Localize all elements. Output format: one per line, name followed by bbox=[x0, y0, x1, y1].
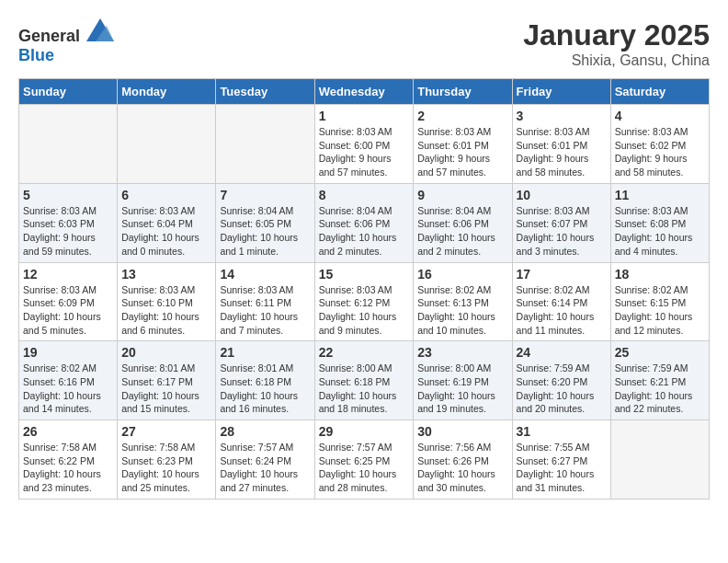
day-number: 1 bbox=[319, 109, 410, 123]
calendar-table: SundayMondayTuesdayWednesdayThursdayFrid… bbox=[18, 78, 710, 500]
day-info: Sunrise: 8:03 AM Sunset: 6:03 PM Dayligh… bbox=[23, 204, 113, 259]
day-cell: 8Sunrise: 8:04 AM Sunset: 6:06 PM Daylig… bbox=[314, 183, 414, 262]
day-cell: 2Sunrise: 8:03 AM Sunset: 6:01 PM Daylig… bbox=[414, 105, 512, 184]
day-cell: 12Sunrise: 8:03 AM Sunset: 6:09 PM Dayli… bbox=[19, 262, 118, 341]
day-cell: 19Sunrise: 8:02 AM Sunset: 6:16 PM Dayli… bbox=[19, 341, 118, 420]
day-number: 31 bbox=[517, 424, 607, 439]
day-info: Sunrise: 8:03 AM Sunset: 6:07 PM Dayligh… bbox=[517, 204, 607, 259]
day-number: 11 bbox=[615, 188, 705, 202]
day-cell: 21Sunrise: 8:01 AM Sunset: 6:18 PM Dayli… bbox=[216, 341, 314, 420]
day-info: Sunrise: 8:03 AM Sunset: 6:01 PM Dayligh… bbox=[517, 125, 607, 179]
day-info: Sunrise: 7:55 AM Sunset: 6:27 PM Dayligh… bbox=[517, 441, 607, 495]
weekday-header-row: SundayMondayTuesdayWednesdayThursdayFrid… bbox=[19, 79, 710, 105]
day-info: Sunrise: 8:04 AM Sunset: 6:05 PM Dayligh… bbox=[220, 204, 310, 259]
day-number: 26 bbox=[23, 424, 113, 439]
day-cell: 26Sunrise: 7:58 AM Sunset: 6:22 PM Dayli… bbox=[19, 420, 118, 500]
day-cell: 3Sunrise: 8:03 AM Sunset: 6:01 PM Daylig… bbox=[512, 105, 610, 184]
day-number: 28 bbox=[220, 424, 310, 439]
day-info: Sunrise: 8:03 AM Sunset: 6:11 PM Dayligh… bbox=[220, 283, 310, 338]
day-number: 5 bbox=[23, 188, 113, 202]
day-info: Sunrise: 8:03 AM Sunset: 6:08 PM Dayligh… bbox=[615, 204, 705, 259]
day-info: Sunrise: 7:59 AM Sunset: 6:21 PM Dayligh… bbox=[615, 362, 705, 416]
day-number: 13 bbox=[121, 267, 211, 282]
day-info: Sunrise: 8:04 AM Sunset: 6:06 PM Dayligh… bbox=[319, 204, 410, 259]
day-info: Sunrise: 8:03 AM Sunset: 6:04 PM Dayligh… bbox=[121, 204, 211, 259]
day-cell: 10Sunrise: 8:03 AM Sunset: 6:07 PM Dayli… bbox=[512, 183, 610, 262]
week-row-5: 26Sunrise: 7:58 AM Sunset: 6:22 PM Dayli… bbox=[19, 420, 710, 500]
day-cell: 18Sunrise: 8:02 AM Sunset: 6:15 PM Dayli… bbox=[610, 262, 709, 341]
day-cell: 4Sunrise: 8:03 AM Sunset: 6:02 PM Daylig… bbox=[610, 105, 709, 184]
day-number: 10 bbox=[517, 188, 607, 202]
day-number: 18 bbox=[615, 267, 705, 282]
day-info: Sunrise: 8:03 AM Sunset: 6:02 PM Dayligh… bbox=[615, 125, 705, 179]
day-info: Sunrise: 8:03 AM Sunset: 6:00 PM Dayligh… bbox=[319, 125, 410, 179]
day-cell: 15Sunrise: 8:03 AM Sunset: 6:12 PM Dayli… bbox=[314, 262, 414, 341]
weekday-header-sunday: Sunday bbox=[19, 79, 118, 105]
day-info: Sunrise: 8:01 AM Sunset: 6:17 PM Dayligh… bbox=[121, 362, 211, 416]
day-number: 27 bbox=[121, 424, 211, 439]
day-cell: 13Sunrise: 8:03 AM Sunset: 6:10 PM Dayli… bbox=[118, 262, 216, 341]
weekday-header-tuesday: Tuesday bbox=[216, 79, 314, 105]
day-number: 2 bbox=[417, 109, 507, 123]
day-number: 20 bbox=[121, 345, 211, 360]
day-cell: 11Sunrise: 8:03 AM Sunset: 6:08 PM Dayli… bbox=[610, 183, 709, 262]
day-cell: 14Sunrise: 8:03 AM Sunset: 6:11 PM Dayli… bbox=[216, 262, 314, 341]
week-row-4: 19Sunrise: 8:02 AM Sunset: 6:16 PM Dayli… bbox=[19, 341, 710, 420]
day-number: 8 bbox=[319, 188, 410, 202]
week-row-1: 1Sunrise: 8:03 AM Sunset: 6:00 PM Daylig… bbox=[19, 105, 710, 184]
day-cell: 24Sunrise: 7:59 AM Sunset: 6:20 PM Dayli… bbox=[512, 341, 610, 420]
day-info: Sunrise: 8:03 AM Sunset: 6:09 PM Dayligh… bbox=[23, 283, 113, 338]
day-cell: 25Sunrise: 7:59 AM Sunset: 6:21 PM Dayli… bbox=[610, 341, 709, 420]
weekday-header-friday: Friday bbox=[512, 79, 610, 105]
day-cell bbox=[19, 105, 118, 184]
logo: General Blue bbox=[18, 18, 114, 65]
weekday-header-wednesday: Wednesday bbox=[314, 79, 414, 105]
title-block: January 2025 Shixia, Gansu, China bbox=[523, 18, 710, 69]
day-number: 30 bbox=[417, 424, 507, 439]
day-info: Sunrise: 8:03 AM Sunset: 6:10 PM Dayligh… bbox=[121, 283, 211, 338]
day-cell: 5Sunrise: 8:03 AM Sunset: 6:03 PM Daylig… bbox=[19, 183, 118, 262]
day-number: 3 bbox=[517, 109, 607, 123]
day-info: Sunrise: 7:56 AM Sunset: 6:26 PM Dayligh… bbox=[417, 441, 507, 495]
day-cell bbox=[118, 105, 216, 184]
day-info: Sunrise: 8:02 AM Sunset: 6:16 PM Dayligh… bbox=[23, 362, 113, 416]
day-cell: 20Sunrise: 8:01 AM Sunset: 6:17 PM Dayli… bbox=[118, 341, 216, 420]
day-number: 14 bbox=[220, 267, 310, 282]
day-number: 9 bbox=[417, 188, 507, 202]
weekday-header-monday: Monday bbox=[118, 79, 216, 105]
day-info: Sunrise: 8:04 AM Sunset: 6:06 PM Dayligh… bbox=[417, 204, 507, 259]
logo-icon bbox=[86, 18, 114, 41]
day-number: 21 bbox=[220, 345, 310, 360]
page-header: General Blue January 2025 Shixia, Gansu,… bbox=[18, 18, 710, 69]
day-number: 15 bbox=[319, 267, 410, 282]
day-number: 12 bbox=[23, 267, 113, 282]
day-cell: 27Sunrise: 7:58 AM Sunset: 6:23 PM Dayli… bbox=[118, 420, 216, 500]
day-number: 16 bbox=[417, 267, 507, 282]
day-info: Sunrise: 8:00 AM Sunset: 6:18 PM Dayligh… bbox=[319, 362, 410, 416]
logo-general: General bbox=[18, 27, 80, 45]
day-info: Sunrise: 7:58 AM Sunset: 6:22 PM Dayligh… bbox=[23, 441, 113, 495]
weekday-header-saturday: Saturday bbox=[610, 79, 709, 105]
day-cell bbox=[216, 105, 314, 184]
day-info: Sunrise: 7:57 AM Sunset: 6:24 PM Dayligh… bbox=[220, 441, 310, 495]
day-number: 23 bbox=[417, 345, 507, 360]
day-cell: 9Sunrise: 8:04 AM Sunset: 6:06 PM Daylig… bbox=[414, 183, 512, 262]
day-info: Sunrise: 8:00 AM Sunset: 6:19 PM Dayligh… bbox=[417, 362, 507, 416]
day-cell: 6Sunrise: 8:03 AM Sunset: 6:04 PM Daylig… bbox=[118, 183, 216, 262]
calendar-subtitle: Shixia, Gansu, China bbox=[523, 52, 710, 69]
day-number: 4 bbox=[615, 109, 705, 123]
day-cell: 23Sunrise: 8:00 AM Sunset: 6:19 PM Dayli… bbox=[414, 341, 512, 420]
day-number: 29 bbox=[319, 424, 410, 439]
day-cell: 17Sunrise: 8:02 AM Sunset: 6:14 PM Dayli… bbox=[512, 262, 610, 341]
day-number: 24 bbox=[517, 345, 607, 360]
day-cell: 30Sunrise: 7:56 AM Sunset: 6:26 PM Dayli… bbox=[414, 420, 512, 500]
day-number: 17 bbox=[517, 267, 607, 282]
day-cell: 1Sunrise: 8:03 AM Sunset: 6:00 PM Daylig… bbox=[314, 105, 414, 184]
day-info: Sunrise: 7:59 AM Sunset: 6:20 PM Dayligh… bbox=[517, 362, 607, 416]
day-cell: 22Sunrise: 8:00 AM Sunset: 6:18 PM Dayli… bbox=[314, 341, 414, 420]
day-info: Sunrise: 7:58 AM Sunset: 6:23 PM Dayligh… bbox=[121, 441, 211, 495]
logo-text: General Blue bbox=[18, 18, 114, 65]
week-row-2: 5Sunrise: 8:03 AM Sunset: 6:03 PM Daylig… bbox=[19, 183, 710, 262]
day-cell: 7Sunrise: 8:04 AM Sunset: 6:05 PM Daylig… bbox=[216, 183, 314, 262]
day-number: 7 bbox=[220, 188, 310, 202]
